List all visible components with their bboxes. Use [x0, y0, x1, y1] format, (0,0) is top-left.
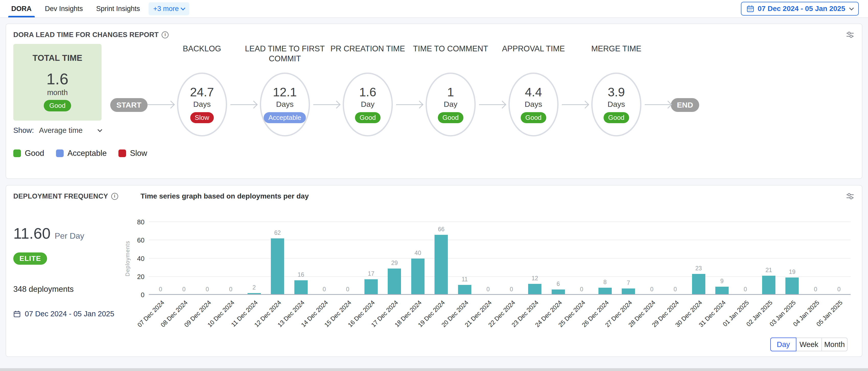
granularity-toggle: DayWeekMonth [770, 338, 847, 351]
bottom-edge [0, 368, 868, 371]
date-range-button[interactable]: 07 Dec 2024 - 05 Jan 2025 [741, 2, 859, 15]
bar-value-label: 29 [383, 260, 406, 267]
granularity-week[interactable]: Week [796, 338, 822, 351]
legend-label: Acceptable [67, 149, 106, 158]
stage-value: 24.7 [190, 86, 214, 99]
flow-arrow [148, 104, 174, 105]
y-tick-label: 0 [130, 291, 145, 299]
deployment-rate-unit: Per Day [55, 231, 84, 241]
bar-17-dec-2024[interactable] [388, 269, 401, 295]
stage-name: APPROVAL TIME [493, 44, 575, 73]
bar-slot: 2102 Jan 2025 [757, 222, 780, 295]
stage-circle: 3.9DaysGood [591, 73, 642, 136]
stage-circle: 4.4DaysGood [508, 73, 559, 136]
granularity-day[interactable]: Day [770, 338, 796, 351]
flow-arrow [396, 104, 422, 105]
stage-name: MERGE TIME [576, 44, 657, 73]
bar-value-label: 0 [570, 286, 593, 293]
deployment-count: 348 deployments [13, 284, 123, 294]
info-icon[interactable]: i [162, 31, 168, 38]
show-value: Average time [39, 126, 83, 135]
total-time-card: TOTAL TIME 1.6 month Good [13, 44, 101, 121]
stage-name: BACKLOG [161, 44, 243, 73]
bar-19-dec-2024[interactable] [435, 235, 448, 295]
bar-value-label: 12 [523, 275, 547, 282]
bar-slot: 1223 Dec 2024 [523, 222, 547, 295]
calendar-icon [746, 5, 754, 12]
bar-18-dec-2024[interactable] [411, 259, 425, 295]
info-icon[interactable]: i [111, 193, 118, 200]
bar-value-label: 0 [172, 286, 195, 293]
bar-slot: 021 Dec 2024 [476, 222, 500, 295]
end-pill: END [671, 98, 699, 112]
bar-16-dec-2024[interactable] [365, 279, 378, 295]
bar-slot: 1120 Dec 2024 [453, 222, 476, 295]
stage-unit: Days [608, 100, 625, 109]
bar-slot: 025 Dec 2024 [570, 222, 593, 295]
chevron-down-icon [849, 6, 854, 10]
bar-13-dec-2024[interactable] [294, 280, 308, 295]
lead-time-flow: STARTBACKLOG24.7DaysSlowLEAD TIME TO FIR… [110, 44, 699, 136]
stage-status-badge: Good [603, 112, 629, 123]
chart-subtitle: Time series graph based on deployments p… [141, 192, 309, 200]
bar-30-dec-2024[interactable] [692, 274, 705, 295]
bar-value-label: 0 [734, 286, 757, 293]
bar-26-dec-2024[interactable] [598, 288, 612, 295]
stage-circle: 24.7DaysSlow [177, 73, 227, 136]
bar-23-dec-2024[interactable] [528, 284, 541, 295]
legend-item-acceptable: Acceptable [56, 149, 106, 158]
bar-slot: 2917 Dec 2024 [383, 222, 406, 295]
bar-31-dec-2024[interactable] [715, 287, 728, 295]
bar-12-dec-2024[interactable] [271, 238, 284, 295]
gridline [149, 294, 850, 295]
stage-approval-time: APPROVAL TIME4.4DaysGood [505, 44, 562, 136]
stage-merge-time: MERGE TIME3.9DaysGood [588, 44, 645, 136]
filter-sliders-icon[interactable] [845, 31, 855, 39]
bar-02-jan-2025[interactable] [762, 276, 775, 295]
bar-value-label: 40 [406, 249, 429, 257]
flow-arrow [230, 104, 256, 105]
stage-circle: 1DayGood [426, 73, 476, 136]
tab-dora[interactable]: DORA [5, 0, 38, 18]
date-range-label: 07 Dec 2024 - 05 Jan 2025 [758, 5, 845, 13]
stage-value: 12.1 [273, 86, 297, 99]
total-time-label: TOTAL TIME [32, 53, 82, 63]
chevron-down-icon [97, 127, 102, 132]
legend-label: Good [25, 149, 44, 158]
bar-value-label: 19 [780, 269, 804, 275]
total-time-unit: month [47, 89, 68, 97]
bar-slot: 007 Dec 2024 [149, 222, 172, 295]
total-status-badge: Good [44, 100, 71, 111]
bar-03-jan-2025[interactable] [785, 277, 799, 295]
bar-value-label: 62 [266, 230, 289, 236]
chevron-down-icon [181, 6, 185, 10]
tab-bar: DORADev InsightsSprint Insights [5, 0, 147, 18]
bar-slot: 022 Dec 2024 [500, 222, 523, 295]
deployment-stats: 11.60 Per Day ELITE 348 deployments 07 D… [13, 200, 123, 318]
stage-name: PR CREATION TIME [327, 44, 409, 73]
stage-unit: Days [525, 100, 542, 109]
bar-slot: 727 Dec 2024 [617, 222, 640, 295]
show-dropdown[interactable]: Show: Average time [13, 126, 101, 135]
bar-slot: 010 Dec 2024 [219, 222, 242, 295]
bar-value-label: 0 [500, 286, 523, 293]
stage-name: TIME TO COMMENT [410, 44, 492, 73]
flow-arrow [479, 104, 505, 105]
bar-slot: 931 Dec 2024 [710, 222, 734, 295]
legend-swatch [118, 149, 126, 157]
filter-sliders-icon[interactable] [845, 192, 855, 200]
bar-20-dec-2024[interactable] [458, 285, 471, 295]
lead-time-panel: DORA LEAD TIME FOR CHANGES REPORT i TOTA… [6, 24, 862, 179]
granularity-month[interactable]: Month [822, 338, 847, 351]
bar-value-label: 0 [827, 286, 850, 293]
bar-value-label: 16 [289, 271, 312, 278]
tab-sprint-insights[interactable]: Sprint Insights [90, 0, 147, 18]
stage-status-badge: Slow [190, 112, 214, 123]
y-tick-label: 20 [130, 273, 145, 280]
bar-value-label: 8 [593, 279, 617, 286]
bar-value-label: 0 [336, 286, 359, 293]
deployment-rate-value: 11.60 [13, 225, 51, 242]
more-tabs-button[interactable]: +3 more [149, 2, 189, 15]
tab-dev-insights[interactable]: Dev Insights [38, 0, 90, 18]
stage-pr-creation-time: PR CREATION TIME1.6DayGood [339, 44, 396, 136]
